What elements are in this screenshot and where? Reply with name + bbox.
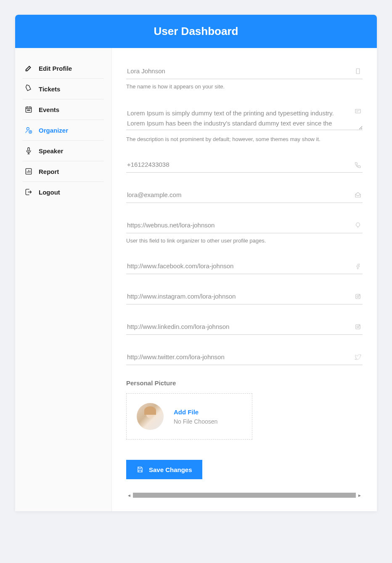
add-file-link[interactable]: Add File	[174, 408, 217, 416]
linkedin-icon	[354, 323, 362, 331]
svg-point-16	[357, 326, 359, 328]
sidebar-item-tickets[interactable]: Tickets	[23, 79, 104, 99]
organizer-icon	[24, 126, 33, 134]
sidebar-item-edit-profile[interactable]: Edit Profile	[23, 58, 104, 79]
svg-rect-7	[28, 148, 29, 151]
sidebar-item-label: Speaker	[39, 147, 63, 155]
description-input[interactable]	[126, 104, 363, 130]
svg-point-2	[27, 110, 28, 110]
edit-icon	[24, 64, 33, 72]
name-input[interactable]	[126, 63, 363, 79]
sidebar: Edit Profile Tickets Events Organizer Sp…	[15, 48, 112, 511]
svg-point-14	[359, 295, 360, 295]
avatar	[137, 403, 164, 430]
save-button-label: Save Changes	[149, 466, 192, 473]
upload-text: Add File No File Choosen	[174, 408, 217, 425]
phone-input[interactable]	[126, 157, 363, 173]
svg-point-17	[359, 325, 360, 326]
field-instagram	[126, 288, 363, 304]
globe-icon	[354, 221, 362, 229]
field-website	[126, 217, 363, 233]
main-content: The name is how it appears on your site.…	[112, 48, 377, 511]
sidebar-item-label: Edit Profile	[39, 65, 72, 72]
linkedin-input[interactable]	[126, 319, 363, 335]
page-title: User Dashboard	[15, 25, 377, 38]
text-icon	[354, 107, 362, 115]
save-icon	[136, 466, 144, 473]
twitter-icon	[354, 353, 362, 361]
field-email	[126, 187, 363, 203]
sidebar-item-label: Report	[39, 168, 59, 175]
name-help: The name is how it appears on your site.	[126, 83, 363, 90]
sidebar-item-logout[interactable]: Logout	[23, 182, 104, 202]
sidebar-item-events[interactable]: Events	[23, 99, 104, 120]
sidebar-item-label: Organizer	[39, 127, 68, 134]
scroll-left-icon[interactable]: ◄	[126, 492, 132, 498]
field-name	[126, 63, 363, 79]
save-button[interactable]: Save Changes	[126, 460, 202, 479]
svg-rect-9	[356, 69, 360, 74]
facebook-input[interactable]	[126, 258, 363, 274]
field-facebook	[126, 258, 363, 274]
picture-label: Personal Picture	[126, 379, 363, 387]
no-file-text: No File Choosen	[174, 418, 217, 425]
field-linkedin	[126, 319, 363, 335]
facebook-icon	[354, 262, 362, 270]
svg-point-13	[357, 296, 359, 298]
website-input[interactable]	[126, 217, 363, 233]
svg-point-4	[29, 110, 30, 110]
microphone-icon	[24, 147, 33, 155]
instagram-input[interactable]	[126, 288, 363, 304]
body: Edit Profile Tickets Events Organizer Sp…	[15, 48, 377, 511]
logout-icon	[24, 188, 33, 196]
sidebar-item-organizer[interactable]: Organizer	[23, 120, 104, 141]
sidebar-item-label: Logout	[39, 189, 60, 196]
email-input[interactable]	[126, 187, 363, 203]
svg-rect-10	[355, 109, 360, 113]
report-icon	[24, 167, 33, 176]
scroll-right-icon[interactable]: ►	[357, 492, 363, 498]
header: User Dashboard	[15, 15, 377, 48]
svg-point-3	[28, 110, 29, 110]
svg-point-11	[356, 223, 360, 227]
description-help: The description is not prominent by defa…	[126, 136, 363, 142]
phone-icon	[354, 161, 362, 168]
sidebar-item-report[interactable]: Report	[23, 161, 104, 182]
email-icon	[354, 191, 362, 199]
upload-box[interactable]: Add File No File Choosen	[126, 393, 252, 440]
picture-section: Personal Picture Add File No File Choose…	[126, 379, 363, 440]
twitter-input[interactable]	[126, 349, 363, 365]
sidebar-item-label: Events	[39, 106, 59, 113]
field-phone	[126, 157, 363, 173]
svg-point-5	[26, 128, 29, 130]
calendar-icon	[24, 105, 33, 114]
scroll-track[interactable]	[133, 493, 356, 498]
dashboard-card: User Dashboard Edit Profile Tickets Even…	[15, 15, 377, 511]
ticket-icon	[24, 85, 33, 93]
id-card-icon	[354, 67, 362, 75]
horizontal-scrollbar[interactable]: ◄ ►	[126, 492, 363, 499]
instagram-icon	[354, 293, 362, 300]
field-description	[126, 104, 363, 132]
website-help: User this field to link organizer to oth…	[126, 237, 363, 244]
sidebar-item-speaker[interactable]: Speaker	[23, 141, 104, 161]
sidebar-item-label: Tickets	[39, 85, 60, 93]
field-twitter	[126, 349, 363, 365]
